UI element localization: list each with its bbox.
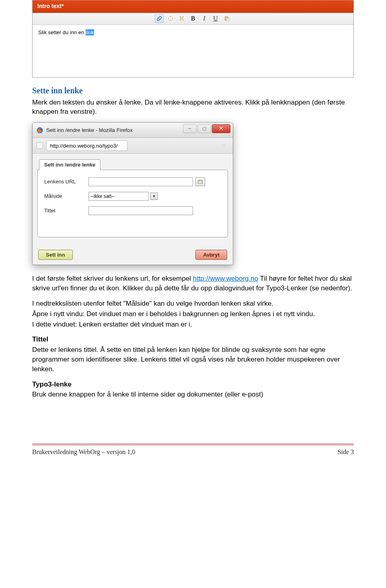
unlink-icon <box>167 15 174 22</box>
paragraph-typo3: Bruk denne knappen for å lenke til inter… <box>32 390 354 399</box>
svg-point-5 <box>199 181 200 181</box>
label-url: Lenkens URL <box>44 178 88 185</box>
example-link[interactable]: http://www.weborg.no <box>193 275 259 282</box>
row-target: Målside --ikke satt-- ▼ <box>44 192 221 201</box>
p1-before: I det første feltet skriver du lenkens u… <box>32 275 193 282</box>
chevron-down-icon[interactable]: ▼ <box>150 193 158 200</box>
svg-point-4 <box>199 181 199 181</box>
window-titlebar: Sett inn /endre lenke - Mozilla Firefox … <box>33 123 233 138</box>
label-title: Tittel <box>44 207 88 214</box>
maximize-button[interactable]: ▢ <box>197 124 211 133</box>
window-title: Sett inn /endre lenke - Mozilla Firefox <box>46 127 133 134</box>
paragraph-tittel: Dette er lenkens tittel. Å sette en titt… <box>32 345 354 374</box>
select-target-value: --ikke satt-- <box>90 193 115 200</box>
browser-url-row: ☆ <box>33 138 233 154</box>
italic-button[interactable]: I <box>200 14 209 23</box>
heading-typo3: Typo3-lenke <box>32 380 354 389</box>
underline-button[interactable]: U <box>211 14 220 23</box>
paragraph-url-instruction: I det første feltet skriver du lenkens u… <box>32 274 354 293</box>
input-url[interactable] <box>88 177 193 186</box>
rte-editor-panel: Intro text* B I U Slik setter du inn en … <box>32 0 354 78</box>
row-title: Tittel <box>44 206 221 215</box>
insert-button[interactable]: Sett inn <box>38 250 73 260</box>
unlink-button[interactable] <box>166 14 175 23</box>
link-dialog-window: Sett inn /endre lenke - Mozilla Firefox … <box>32 122 233 265</box>
maximize-icon: ▢ <box>202 125 206 132</box>
section-intro-paragraph: Merk den teksten du ønsker å lenke. Da v… <box>32 98 354 117</box>
paragraph-dropdown-intro: I nedtrekkslisten utenfor feltet "Målsid… <box>32 299 354 308</box>
dialog-body: Sett inn /endre lenke Lenkens URL Målsid… <box>33 154 233 246</box>
paragraph-new-window: Åpne i nytt vindu: Det vinduet man er i … <box>32 309 354 319</box>
footer-left: Brukerveiledning WebOrg – versjon 1,0 <box>32 448 135 456</box>
paragraph-same-window: I dette vinduet: Lenken erstatter det vi… <box>32 320 354 329</box>
input-title[interactable] <box>88 206 193 215</box>
editor-toolbar: B I U <box>33 13 353 25</box>
close-button[interactable]: ✕ <box>212 124 230 133</box>
page-footer: Brukerveiledning WebOrg – versjon 1,0 Si… <box>32 444 354 456</box>
editor-text: Slik setter du inn en <box>38 29 86 35</box>
window-controls: ─ ▢ ✕ <box>183 124 230 133</box>
star-icon[interactable]: ☆ <box>221 142 226 150</box>
break-icon <box>179 15 185 22</box>
svg-rect-1 <box>226 17 229 21</box>
editor-content-area[interactable]: Slik setter du inn en link <box>33 25 353 77</box>
editor-header: Intro text* <box>33 0 353 13</box>
minimize-button[interactable]: ─ <box>183 124 197 133</box>
heading-tittel: Tittel <box>32 335 354 344</box>
paste-icon <box>224 15 230 22</box>
browse-button[interactable] <box>195 177 205 186</box>
section-heading-sette-inn-lenke: Sette inn lenke <box>32 85 354 96</box>
page-icon <box>37 142 43 149</box>
row-url: Lenkens URL <box>44 177 221 186</box>
dialog-footer: Sett inn Avbryt <box>33 246 233 265</box>
label-target: Målside <box>44 193 88 200</box>
minimize-icon: ─ <box>188 125 191 132</box>
tab-insert-link[interactable]: Sett inn /endre lenke <box>39 159 101 170</box>
link-button[interactable] <box>155 14 164 23</box>
typo3-label: Typo3-lenke <box>32 380 72 388</box>
break-button[interactable] <box>177 14 186 23</box>
bold-button[interactable]: B <box>189 14 197 23</box>
footer-right: Side 3 <box>338 448 354 456</box>
tab-panel: Lenkens URL Målside --ikke satt-- ▼ Titt… <box>37 170 228 237</box>
tab-row: Sett inn /endre lenke <box>37 159 228 170</box>
close-icon: ✕ <box>219 125 224 133</box>
selected-text: link <box>86 29 94 35</box>
browser-url-input[interactable] <box>46 140 127 151</box>
select-target[interactable]: --ikke satt-- <box>88 192 149 201</box>
paste-button[interactable] <box>222 14 231 23</box>
svg-rect-3 <box>198 180 203 183</box>
browse-icon <box>197 179 203 185</box>
tittel-label: Tittel <box>32 335 48 343</box>
link-icon <box>156 16 162 21</box>
firefox-icon <box>36 126 44 134</box>
cancel-button[interactable]: Avbryt <box>195 250 227 260</box>
